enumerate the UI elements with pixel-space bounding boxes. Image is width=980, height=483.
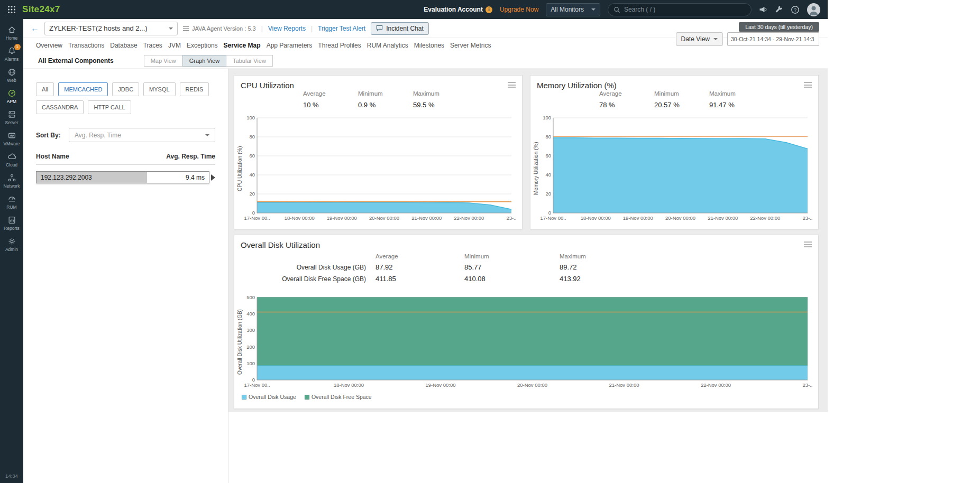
filter-redis[interactable]: REDIS — [180, 82, 209, 96]
sidebar-item-vmware[interactable]: VMware — [0, 128, 23, 149]
view-map-view[interactable]: Map View — [144, 55, 183, 67]
view-graph-view[interactable]: Graph View — [182, 55, 226, 67]
tab-thread-profiles[interactable]: Thread Profiles — [318, 42, 361, 49]
sidebar-item-label: Alarms — [5, 57, 19, 62]
chart-menu-icon[interactable] — [804, 242, 812, 247]
list-icon — [183, 26, 189, 31]
filter-all[interactable]: All — [36, 82, 54, 96]
help-icon[interactable]: ? — [791, 5, 800, 14]
host-name-column: Host Name — [36, 153, 69, 160]
site24x7-logo: Site24x7 — [22, 4, 60, 15]
sidebar-item-apm[interactable]: APM — [0, 86, 23, 107]
date-view-button[interactable]: Date View — [676, 32, 723, 46]
sidebar-item-home[interactable]: Home — [0, 22, 23, 43]
search-box[interactable] — [608, 3, 752, 16]
date-range-picker[interactable]: 30-Oct-21 14:34 - 29-Nov-21 14:3 — [727, 32, 819, 46]
tab-milestones[interactable]: Milestones — [414, 42, 444, 49]
svg-text:22-Nov 00:00: 22-Nov 00:00 — [701, 382, 731, 388]
component-filters: AllMEMCACHEDJDBCMYSQLREDISCASSANDRAHTTP … — [36, 82, 215, 114]
stat-row-label: Overall Disk Usage (GB) — [241, 264, 375, 271]
tools-icon[interactable] — [775, 5, 783, 14]
tab-transactions[interactable]: Transactions — [68, 42, 104, 49]
sidebar-item-web[interactable]: Web — [0, 64, 23, 86]
card-title: Memory Utilization (%) — [537, 81, 617, 90]
svg-text:21-Nov 00:00: 21-Nov 00:00 — [609, 382, 639, 388]
svg-text:500: 500 — [246, 294, 255, 300]
search-input[interactable] — [624, 6, 746, 13]
filter-jdbc[interactable]: JDBC — [112, 82, 139, 96]
apps-grid-icon[interactable] — [7, 5, 16, 14]
host-bar[interactable]: 192.123.292.20039.4 ms — [36, 171, 209, 183]
view-tabular-view[interactable]: Tabular View — [226, 55, 273, 67]
tab-exceptions[interactable]: Exceptions — [187, 42, 218, 49]
stat-value: 89.72 — [560, 263, 652, 271]
resp-time-column: Avg. Resp. Time — [166, 153, 215, 160]
tab-server-metrics[interactable]: Server Metrics — [450, 42, 491, 49]
stat-label: Average — [303, 90, 338, 97]
svg-text:23-..: 23-.. — [802, 382, 812, 388]
stat-label: Maximum — [709, 90, 744, 97]
card-title: CPU Utilization — [241, 81, 294, 90]
period-badge: Last 30 days (till yesterday) — [739, 22, 819, 32]
y-axis-label: CPU Utilization (%) — [236, 115, 243, 222]
chart-menu-icon[interactable] — [508, 82, 516, 88]
info-icon[interactable]: i — [486, 6, 492, 13]
stat-value: 91.47 % — [709, 101, 744, 109]
stat-header: Average — [375, 253, 464, 259]
tab-jvm[interactable]: JVM — [168, 42, 181, 49]
cpu-utilization-card: CPU Utilization Average10 %Minimum0.9 %M… — [234, 75, 523, 229]
sidebar-item-label: VMware — [3, 141, 20, 146]
upgrade-now-link[interactable]: Upgrade Now — [500, 6, 538, 13]
chart-menu-icon[interactable] — [804, 82, 812, 88]
filter-cassandra[interactable]: CASSANDRA — [36, 100, 84, 114]
sidebar-item-label: Web — [7, 78, 16, 83]
globe-icon — [7, 68, 16, 77]
filter-memcached[interactable]: MEMCACHED — [58, 82, 108, 96]
svg-text:21-Nov 00:00: 21-Nov 00:00 — [708, 215, 738, 221]
sidebar-item-server[interactable]: Server — [0, 107, 23, 128]
user-avatar[interactable] — [807, 3, 820, 16]
chat-bubble-icon — [376, 25, 383, 32]
trigger-test-alert-link[interactable]: Trigger Test Alert — [318, 25, 365, 32]
cloud-icon — [7, 152, 16, 161]
incident-chat-button[interactable]: Incident Chat — [371, 22, 429, 35]
sidebar-item-rum[interactable]: RUM — [0, 191, 23, 212]
expand-arrow-icon[interactable] — [211, 174, 215, 181]
filter-mysql[interactable]: MYSQL — [143, 82, 176, 96]
tab-traces[interactable]: Traces — [143, 42, 162, 49]
sidebar-item-admin[interactable]: Admin — [0, 234, 23, 255]
svg-text:40: 40 — [249, 172, 255, 178]
server-icon — [7, 110, 16, 119]
stat-value: 10 % — [303, 101, 338, 109]
sidebar-item-label: Server — [5, 120, 18, 125]
legend-swatch — [242, 395, 246, 400]
chevron-down-icon — [591, 8, 596, 11]
back-arrow-icon[interactable]: ← — [31, 24, 39, 33]
sidebar-item-cloud[interactable]: Cloud — [0, 149, 23, 170]
monitor-selector-dropdown[interactable]: ZYLKER-TEST(2 hosts and 2...) — [44, 22, 178, 35]
tab-app-parameters[interactable]: App Parameters — [267, 42, 313, 49]
stat-header: Minimum — [464, 253, 560, 259]
svg-text:19-Nov 00:00: 19-Nov 00:00 — [327, 215, 357, 221]
svg-text:100: 100 — [543, 115, 551, 120]
svg-text:?: ? — [794, 7, 796, 12]
tab-service-map[interactable]: Service Map — [224, 42, 261, 49]
announcements-icon[interactable] — [759, 5, 767, 14]
vmware-icon — [7, 131, 16, 140]
stat-header: Maximum — [560, 253, 652, 259]
monitors-dropdown[interactable]: All Monitors — [546, 3, 600, 16]
sidebar-item-network[interactable]: Network — [0, 170, 23, 191]
sort-by-dropdown[interactable]: Avg. Resp. Time — [69, 128, 215, 142]
stat: Minimum20.57 % — [654, 90, 689, 109]
sidebar-item-alarms[interactable]: 1Alarms — [0, 43, 23, 64]
chevron-down-icon — [713, 38, 718, 40]
sidebar-item-reports[interactable]: Reports — [0, 212, 23, 234]
tab-overview[interactable]: Overview — [36, 42, 62, 49]
tab-database[interactable]: Database — [110, 42, 137, 49]
filter-http-call[interactable]: HTTP CALL — [88, 100, 131, 114]
y-axis-label: Memory Utilization (%) — [533, 115, 539, 222]
evaluation-account-label: Evaluation Account i — [424, 6, 492, 13]
host-row[interactable]: 192.123.292.20039.4 ms — [36, 171, 215, 183]
view-reports-link[interactable]: View Reports — [268, 25, 306, 32]
tab-rum-analytics[interactable]: RUM Analytics — [367, 42, 408, 49]
